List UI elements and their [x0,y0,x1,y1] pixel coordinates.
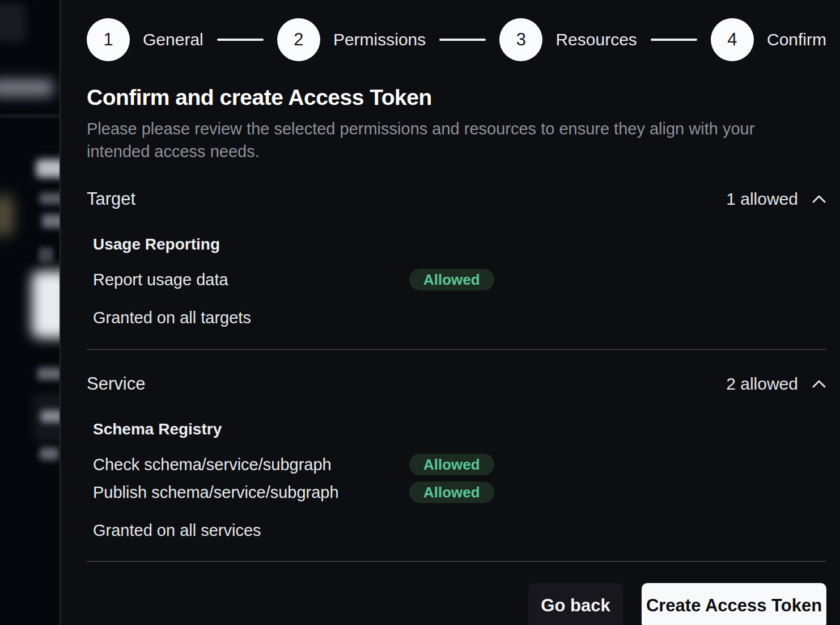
section-header-service: Service 2 allowed [87,374,826,394]
blurred-divider [0,115,60,117]
step-number: 4 [727,29,737,50]
blurred-nav-item [40,447,59,460]
blurred-text-line [40,193,60,204]
section-target: Target 1 allowed Usage Reporting Report … [87,189,826,327]
step-number-circle: 4 [711,18,754,61]
go-back-button[interactable]: Go back [528,583,623,625]
section-title: Target [87,189,135,209]
section-collapse-toggle[interactable]: 2 allowed [726,374,826,394]
step-number-circle: 1 [87,18,130,61]
step-connector-line [651,39,697,41]
step-confirm[interactable]: 4 Confirm [711,18,826,61]
step-label: General [143,30,203,49]
footer-divider [87,561,826,562]
blurred-nav-item [41,410,60,423]
permission-group-title: Schema Registry [93,420,826,438]
status-badge: Allowed [409,454,494,475]
step-label: Permissions [333,30,426,49]
step-number-circle: 3 [499,18,542,61]
step-number: 2 [294,29,303,50]
step-number-circle: 2 [277,18,320,61]
blurred-page-heading [36,159,60,178]
status-badge: Allowed [409,269,494,290]
section-collapse-toggle[interactable]: 1 allowed [726,189,826,209]
section-header-target: Target 1 allowed [87,189,826,209]
chevron-up-icon[interactable] [812,195,826,204]
step-label: Resources [555,30,637,49]
wizard-stepper: 1 General 2 Permissions 3 Resources 4 Co… [87,18,826,61]
permission-label: Publish schema/service/subgraph [93,483,409,502]
step-connector-line [439,39,486,41]
step-permissions[interactable]: 2 Permissions [277,18,426,61]
section-title: Service [87,374,145,394]
blurred-app-logo [0,3,26,42]
permission-label: Check schema/service/subgraph [93,455,409,474]
modal-footer: Go back Create Access Token [87,583,826,625]
blurred-nav-item [0,79,53,96]
granted-note: Granted on all services [93,521,826,540]
step-number: 1 [103,29,113,50]
step-number: 3 [516,29,526,50]
section-divider [87,349,826,350]
section-service: Service 2 allowed Schema Registry Check … [87,374,826,540]
create-access-token-modal: 1 General 2 Permissions 3 Resources 4 Co… [60,0,840,625]
permission-group-title: Usage Reporting [93,235,826,254]
blurred-icon [39,247,53,262]
step-general[interactable]: 1 General [87,18,203,61]
background-page-blurred [0,0,60,625]
blurred-nav-item [37,368,60,380]
step-connector-line [217,39,264,41]
blurred-warning-blob [0,196,14,235]
modal-title: Confirm and create Access Token [87,85,826,110]
chevron-up-icon[interactable] [812,379,826,388]
allowed-count: 1 allowed [726,189,798,209]
step-resources[interactable]: 3 Resources [499,18,637,61]
blurred-white-button [32,271,60,338]
permission-label: Report usage data [93,271,409,289]
permission-row: Check schema/service/subgraph Allowed [93,454,826,475]
step-label: Confirm [767,30,826,49]
allowed-count: 2 allowed [726,374,798,394]
permission-row: Report usage data Allowed [93,269,826,290]
create-access-token-button[interactable]: Create Access Token [642,583,826,625]
modal-subtitle: Please please review the selected permis… [87,117,818,163]
granted-note: Granted on all targets [93,309,826,327]
permission-row: Publish schema/service/subgraph Allowed [93,482,826,503]
status-badge: Allowed [409,482,494,503]
blurred-text-line [42,214,60,228]
